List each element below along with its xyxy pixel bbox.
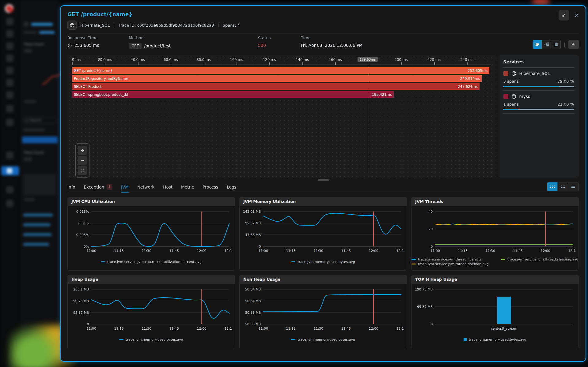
- span-duration: 247.624ms: [458, 84, 478, 89]
- svg-text:40: 40: [428, 210, 433, 214]
- response-time-block: Response Time 253.605 ms: [67, 36, 99, 48]
- span-bar[interactable]: SELECT Product247.624ms: [72, 83, 480, 90]
- view-waterfall-button[interactable]: [533, 40, 542, 49]
- svg-text:11:30: 11:30: [314, 249, 323, 253]
- span-bar[interactable]: GET /product/{name}253.605ms: [72, 67, 489, 74]
- detail-tabs: InfoException1JVMNetworkHostMetricProces…: [67, 182, 579, 192]
- service-name: Hibernate_SQL: [519, 71, 550, 76]
- motadata-logo-icon: [3, 2, 15, 14]
- time-block: Time Fri, Apr 03, 2026 12:00:06 PM: [301, 36, 362, 48]
- close-icon[interactable]: [574, 13, 579, 18]
- svg-text:12:15: 12:15: [568, 249, 576, 253]
- span-bar[interactable]: ProductRepository.findByName249.014ms: [72, 75, 482, 82]
- span-bar[interactable]: SELECT springboot.product_tbl195.421ms: [72, 91, 394, 98]
- svg-text:11:30: 11:30: [314, 327, 323, 331]
- zoom-in-button[interactable]: +: [78, 146, 87, 155]
- layout-grid-button[interactable]: [547, 182, 558, 191]
- svg-text:11:00: 11:00: [87, 249, 96, 253]
- tab-host[interactable]: Host: [163, 182, 173, 192]
- page-title: GET /product/{name}: [67, 11, 579, 18]
- svg-text:11:15: 11:15: [458, 249, 468, 253]
- background-trace-count-label-2: Trace Count: [24, 151, 44, 155]
- axis-tick-label: 20.0 ms: [98, 58, 112, 62]
- chart-title: Heap Usage: [68, 275, 235, 284]
- svg-text:11:00: 11:00: [87, 327, 96, 331]
- span-label: SELECT springboot.product_tbl: [74, 92, 128, 97]
- legend-label: trace.jvm.service.jvm.thread.live.avg: [418, 257, 481, 261]
- legend-item[interactable]: trace.jvm.memory.used.bytes.avg: [119, 338, 183, 342]
- zoom-out-button[interactable]: −: [78, 156, 87, 165]
- waterfall-axis-line: [72, 65, 491, 65]
- services-title: Services: [503, 59, 574, 64]
- legend-item[interactable]: trace.jvm.service.jvm.cpu.recent.utiliza…: [101, 260, 202, 264]
- tab-jvm[interactable]: JVM: [121, 182, 129, 192]
- toolbar-separator: |: [564, 42, 565, 47]
- legend-marker-icon: [119, 339, 123, 340]
- axis-tick-label: 140 ms: [296, 58, 309, 62]
- clock-icon: [67, 43, 72, 48]
- chart-card-non-heap-usage: Non Heap Usage 50.83 MB50.83 MB50.84 MB5…: [239, 275, 407, 348]
- nav-icon: [6, 105, 13, 112]
- chart-card-jvm-threads: JVM Threads 0204011:0011:1511:3011:4512:…: [411, 197, 579, 271]
- tab-exception[interactable]: Exception1: [84, 182, 112, 192]
- background-trace-panel: Trace Count Search Trace Count: [20, 0, 60, 367]
- tab-label: JVM: [121, 185, 129, 189]
- service-color-swatch: [503, 94, 508, 99]
- layout-2col-button[interactable]: [558, 182, 568, 191]
- legend-item[interactable]: trace.jvm.service.jvm.thread.daemon.avg: [412, 262, 489, 266]
- legend-item[interactable]: trace.jvm.memory.used.bytes.avg: [291, 260, 355, 264]
- tab-network[interactable]: Network: [137, 182, 154, 192]
- svg-text:12:00: 12:00: [369, 327, 378, 331]
- svg-text:11:15: 11:15: [286, 249, 296, 253]
- view-topology-button[interactable]: [542, 40, 551, 49]
- heap-usage-chart: 095.37 MB190.73 MB286.1 MB11:0011:1511:3…: [70, 286, 232, 331]
- axis-tick-notch: [204, 62, 204, 65]
- jvm-threads-chart: 0204011:0011:1511:3011:4512:0012:15: [414, 208, 576, 254]
- layout-list-button[interactable]: [568, 182, 579, 191]
- span-label: GET /product/{name}: [74, 69, 112, 73]
- service-span-count: 3 spans: [503, 79, 519, 84]
- chart-legend: trace.jvm.memory.used.bytes.avg: [70, 331, 232, 347]
- chart-card-topn-heap: TOP N Heap Usage 095.37 MB190.73 MBcento…: [411, 275, 579, 348]
- tab-process[interactable]: Process: [203, 182, 218, 192]
- service-item[interactable]: mysql1 spans21.00 %: [503, 94, 574, 110]
- legend-item[interactable]: trace.jvm.service.jvm.thread.live.avg: [412, 257, 489, 261]
- service-span-count: 1 spans: [503, 102, 519, 107]
- service-color-swatch: [503, 71, 508, 76]
- view-table-button[interactable]: [551, 40, 560, 49]
- svg-text:11:45: 11:45: [169, 327, 179, 331]
- axis-tick-notch: [434, 62, 435, 65]
- svg-text:12:00: 12:00: [369, 249, 378, 253]
- svg-text:50.83 MB: 50.83 MB: [245, 311, 261, 315]
- status-block: Status 500: [258, 36, 271, 48]
- background-alert-blob: [532, 0, 550, 5]
- chart-legend: trace.jvm.service.jvm.cpu.recent.utiliza…: [70, 254, 232, 270]
- tab-label: Host: [163, 185, 173, 189]
- legend-label: trace.jvm.service.jvm.cpu.recent.utiliza…: [107, 260, 202, 264]
- background-search-input: Search: [23, 117, 57, 124]
- tab-metric[interactable]: Metric: [181, 182, 194, 192]
- nav-icon: [6, 91, 13, 99]
- legend-item[interactable]: trace.jvm.memory.used.bytes.avg: [291, 338, 355, 342]
- zoom-fit-button[interactable]: [78, 166, 87, 175]
- axis-tick-notch: [237, 62, 237, 65]
- expand-button[interactable]: [559, 10, 569, 21]
- svg-text:11:15: 11:15: [286, 327, 296, 331]
- chart-legend: trace.jvm.memory.used.bytes.avg: [242, 254, 404, 270]
- svg-text:50.83 MB: 50.83 MB: [245, 322, 261, 326]
- svg-text:11:30: 11:30: [142, 327, 151, 331]
- nav-icon: [6, 79, 13, 86]
- legend-item[interactable]: trace.jvm.service.jvm.thread.sleeping.av…: [501, 257, 579, 261]
- svg-text:95.37 MB: 95.37 MB: [73, 311, 89, 315]
- panel-resize-handle[interactable]: [318, 179, 329, 181]
- axis-tick-label: 100 ms: [230, 58, 243, 62]
- topn-heap-chart: 095.37 MB190.73 MBcentos8_stream: [414, 286, 576, 331]
- tab-logs[interactable]: Logs: [227, 182, 236, 192]
- service-item[interactable]: Hibernate_SQL3 spans79.00 %: [503, 71, 574, 87]
- trace-waterfall: 0 ms20.0 ms40.0 ms60.0 ms80.0 ms100 ms12…: [67, 55, 495, 178]
- tab-info[interactable]: Info: [67, 182, 75, 192]
- collapse-panel-button[interactable]: [568, 40, 579, 49]
- svg-text:12:15: 12:15: [224, 249, 232, 253]
- legend-item[interactable]: trace.jvm.memory.used.bytes.avg: [464, 338, 526, 342]
- services-panel: Services Hibernate_SQL3 spans79.00 %mysq…: [499, 55, 579, 178]
